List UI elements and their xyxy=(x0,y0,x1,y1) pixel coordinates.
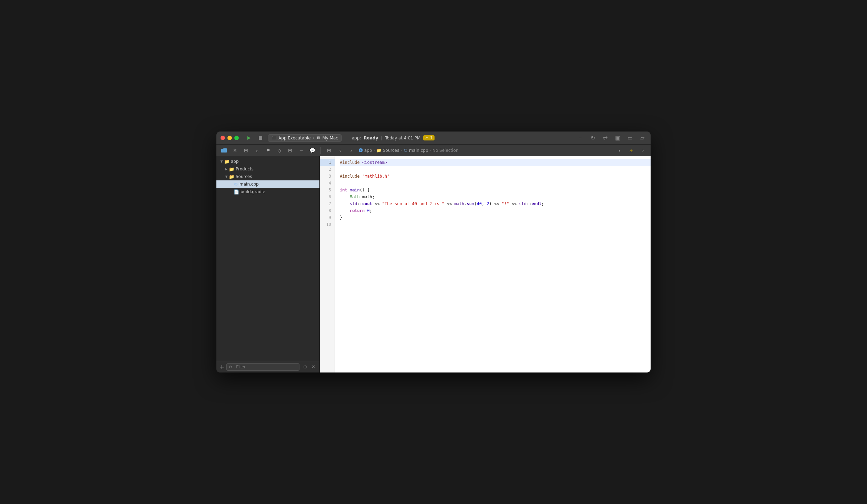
filter-circle-icon: ⊙ xyxy=(229,365,232,369)
destination-label: My Mac xyxy=(322,136,338,140)
maximize-button[interactable] xyxy=(234,136,239,140)
tree-label-sources: Sources xyxy=(236,174,252,179)
tree-label-build-gradle: build.gradle xyxy=(241,189,265,194)
sidebar: 📁 app 📁 Products 📁 Sources xyxy=(216,156,320,372)
code-line-8: return 0; xyxy=(340,207,651,214)
tree-label-app: app xyxy=(231,159,239,164)
disclosure-app[interactable] xyxy=(219,159,224,164)
titlebar: ⬛ App Executable › 🖥 My Mac app: Ready |… xyxy=(216,132,651,145)
breadcrumb-sep-3: › xyxy=(430,148,431,153)
main-area: 📁 app 📁 Products 📁 Sources xyxy=(216,156,651,372)
minimize-button[interactable] xyxy=(227,136,232,140)
breadcrumb-selection: No Selection xyxy=(432,148,458,153)
svg-marker-0 xyxy=(247,136,251,140)
inspector-toggle[interactable]: ▱ xyxy=(638,134,646,142)
status-separator: | xyxy=(381,136,382,140)
filter-x-icon[interactable]: ✕ xyxy=(310,364,317,370)
flag-icon-btn[interactable]: ⚑ xyxy=(263,146,273,155)
warning-icon-btn[interactable]: ⚠ xyxy=(626,146,636,155)
products-folder-icon: 📁 xyxy=(229,167,234,172)
line-num-2: 2 xyxy=(320,166,335,173)
cross-icon-btn[interactable]: ✕ xyxy=(230,146,240,155)
app-folder-icon: 📁 xyxy=(224,159,229,164)
line-numbers: 1 2 3 4 5 6 7 8 9 10 xyxy=(320,156,335,372)
status-time: Today at 4:01 PM xyxy=(385,136,421,140)
tree-item-app[interactable]: 📁 app xyxy=(216,158,319,165)
line-num-9: 9 xyxy=(320,214,335,221)
line-num-1: 1 xyxy=(320,159,335,166)
code-line-9: } xyxy=(340,214,651,221)
line-num-10: 10 xyxy=(320,221,335,228)
separator xyxy=(347,135,347,141)
code-line-10 xyxy=(340,221,651,228)
assistant-toggle[interactable]: ▭ xyxy=(626,134,634,142)
filter-input[interactable] xyxy=(233,363,297,371)
svg-rect-1 xyxy=(259,136,262,140)
line-num-5: 5 xyxy=(320,187,335,193)
xcode-window: ⬛ App Executable › 🖥 My Mac app: Ready |… xyxy=(216,132,651,372)
tree-item-products[interactable]: 📁 Products xyxy=(216,165,319,173)
line-num-6: 6 xyxy=(320,193,335,200)
tree-label-main-cpp: main.cpp xyxy=(239,182,259,187)
hierarchy-icon-btn[interactable]: ⊞ xyxy=(241,146,251,155)
editor-area: 1 2 3 4 5 6 7 8 9 10 #include <iostream> xyxy=(320,156,651,372)
close-button[interactable] xyxy=(221,136,225,140)
stop-button[interactable] xyxy=(256,134,265,143)
tree-item-sources[interactable]: 📁 Sources xyxy=(216,173,319,180)
breadcrumb-app[interactable]: 🅐 app xyxy=(359,148,372,153)
code-line-6: Math math; xyxy=(340,193,651,200)
disclosure-sources[interactable] xyxy=(224,174,229,179)
run-button[interactable] xyxy=(244,134,253,143)
line-num-8: 8 xyxy=(320,207,335,214)
warning-badge[interactable]: ⚠ 1 xyxy=(423,135,435,140)
destination-icon: 🖥 xyxy=(316,136,320,140)
grid2-icon-btn[interactable]: ⊞ xyxy=(324,146,334,155)
refresh-icon[interactable]: ↻ xyxy=(589,134,597,142)
scheme-selector[interactable]: ⬛ App Executable › 🖥 My Mac xyxy=(268,134,342,142)
sources-folder-icon: 📁 xyxy=(376,148,381,153)
arrow-right-icon: › xyxy=(313,136,315,140)
bookmark-icon-btn[interactable]: ◇ xyxy=(274,146,284,155)
prev-btn[interactable]: ‹ xyxy=(335,146,345,155)
breadcrumb-file[interactable]: © main.cpp xyxy=(404,148,428,153)
code-editor[interactable]: #include <iostream> #include "mathlib.h"… xyxy=(335,156,651,372)
add-file-button[interactable]: + xyxy=(219,364,224,370)
scheme-label: App Executable xyxy=(278,136,311,140)
editor-content[interactable]: 1 2 3 4 5 6 7 8 9 10 #include <iostream> xyxy=(320,156,651,372)
search-icon-btn[interactable]: ⌕ xyxy=(252,146,262,155)
next-btn[interactable]: › xyxy=(346,146,356,155)
nav-prev-btn[interactable]: ‹ xyxy=(615,146,624,155)
warning-icon: ⚠ xyxy=(425,136,429,140)
adjust-icon[interactable]: ≡ xyxy=(576,134,584,142)
titlebar-right: ≡ ↻ ⇄ ▣ ▭ ▱ xyxy=(576,134,646,142)
breadcrumb-sep-1: › xyxy=(374,148,375,153)
filter-clock-icon[interactable]: ⊙ xyxy=(302,364,308,370)
status-area: app: Ready | Today at 4:01 PM ⚠ 1 xyxy=(352,135,435,140)
status-app-name: app: xyxy=(352,136,361,140)
tree-label-products: Products xyxy=(236,167,254,171)
swap-icon[interactable]: ⇄ xyxy=(601,134,609,142)
folder-icon-btn[interactable] xyxy=(219,146,229,155)
gradle-file-icon: 📄 xyxy=(234,189,239,195)
toolbar-right: ‹ ⚠ › xyxy=(615,146,648,155)
grid-icon-btn[interactable]: ⊟ xyxy=(285,146,295,155)
tree-item-main-cpp[interactable]: © main.cpp xyxy=(216,180,319,188)
breadcrumb: 🅐 app › 📁 Sources › © main.cpp › No Sele… xyxy=(359,148,613,153)
breadcrumb-sources[interactable]: 📁 Sources xyxy=(376,148,399,153)
breadcrumb-app-label: app xyxy=(364,148,372,153)
code-line-4 xyxy=(340,180,651,187)
app-icon: 🅐 xyxy=(359,148,363,153)
line-num-7: 7 xyxy=(320,200,335,207)
arrow-icon-btn[interactable]: → xyxy=(296,146,306,155)
toolbar-separator xyxy=(320,147,321,154)
nav-next-btn[interactable]: › xyxy=(638,146,648,155)
comment-icon-btn[interactable]: 💬 xyxy=(307,146,317,155)
code-line-3: #include "mathlib.h" xyxy=(340,173,651,180)
cpp-icon: © xyxy=(234,182,238,187)
file-tree: 📁 app 📁 Products 📁 Sources xyxy=(216,156,319,361)
navigator-toggle[interactable]: ▣ xyxy=(613,134,622,142)
sidebar-filter-bar: + ⊙ ⊙ ✕ xyxy=(216,361,319,372)
code-line-1: #include <iostream> xyxy=(340,159,651,166)
tree-item-build-gradle[interactable]: 📄 build.gradle xyxy=(216,188,319,196)
disclosure-products[interactable] xyxy=(224,167,229,171)
